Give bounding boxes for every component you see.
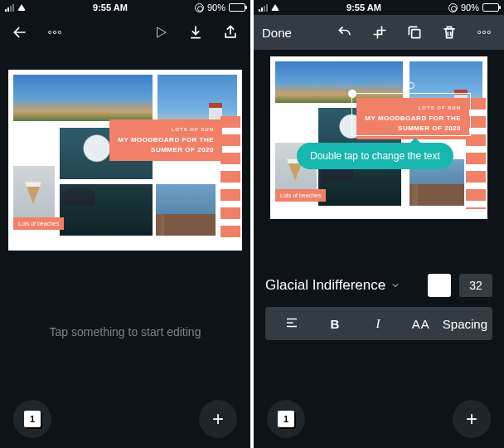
italic-button[interactable]: I [356, 317, 400, 331]
plus-icon: + [466, 407, 477, 431]
svg-point-6 [487, 31, 490, 33]
headline-sub: LOTS OF SUN [118, 126, 214, 133]
wifi-icon [17, 4, 26, 11]
add-button[interactable]: + [199, 400, 237, 438]
selection-box[interactable] [351, 93, 471, 136]
headline-line1: MY MOODBOARD FOR THE [118, 136, 214, 144]
more-button[interactable] [472, 21, 496, 44]
photo-dock[interactable] [156, 184, 216, 236]
format-bar: B I AA Spacing [265, 307, 492, 340]
bold-button[interactable]: B [313, 317, 356, 331]
align-icon [284, 315, 299, 330]
svg-point-2 [58, 31, 61, 33]
screenshot-right: 9:55 AM 90% Done [254, 0, 504, 448]
pages-button[interactable]: 1 [13, 400, 51, 438]
cell-signal-icon [259, 3, 268, 12]
pages-button[interactable]: 1 [267, 400, 305, 438]
undo-button[interactable] [333, 21, 356, 44]
bottom-bar: 1 + [0, 390, 250, 448]
orientation-lock-icon [448, 3, 458, 12]
status-time: 9:55 AM [346, 2, 381, 12]
back-button[interactable] [8, 21, 32, 44]
cell-signal-icon [5, 3, 14, 12]
align-button[interactable] [270, 315, 313, 333]
design-canvas[interactable]: LOTS OF SUN MY MOODBOARD FOR THE SUMMER … [270, 56, 487, 219]
battery-percent: 90% [461, 2, 479, 12]
done-button[interactable]: Done [262, 26, 292, 40]
headline-text[interactable]: LOTS OF SUN MY MOODBOARD FOR THE SUMMER … [109, 119, 222, 161]
color-swatch[interactable] [428, 274, 451, 297]
editor-hint: Tap something to start editing [50, 325, 201, 338]
add-button[interactable]: + [453, 400, 491, 438]
chevron-down-icon [390, 280, 400, 290]
battery-icon [482, 3, 499, 12]
headline-line2: SUMMER OF 2020 [151, 146, 214, 153]
rotate-handle-icon[interactable] [408, 82, 414, 89]
crop-button[interactable] [368, 21, 391, 44]
canvas-area[interactable]: LOTS OF SUN MY MOODBOARD FOR THE SUMMER … [254, 50, 504, 219]
edit-toolbar: Done [254, 15, 504, 50]
font-name: Glacial Indifference [265, 277, 385, 294]
photo-icecream[interactable] [13, 166, 55, 217]
font-size-field[interactable]: 32 [459, 274, 492, 297]
caption-text[interactable]: Lots of beaches [13, 217, 64, 230]
photo-beach-pano[interactable] [13, 75, 153, 121]
delete-button[interactable] [438, 21, 461, 44]
plus-icon: + [212, 407, 224, 431]
more-button[interactable] [43, 21, 66, 44]
status-bar: 9:55 AM 90% [0, 0, 250, 15]
orientation-lock-icon [195, 3, 204, 12]
svg-point-4 [478, 31, 481, 33]
text-controls: Glacial Indifference 32 B I AA Spacing [254, 274, 504, 340]
page-indicator: 1 [24, 411, 41, 427]
svg-point-0 [49, 31, 51, 33]
design-canvas[interactable]: LOTS OF SUN MY MOODBOARD FOR THE SUMMER … [8, 70, 242, 251]
spacing-button[interactable]: Spacing [443, 317, 487, 331]
svg-rect-3 [412, 30, 420, 38]
battery-icon [229, 3, 245, 12]
brush-stroke-decor[interactable] [220, 116, 240, 241]
editor-toolbar [0, 15, 250, 50]
wifi-icon [271, 4, 279, 11]
photo-coast[interactable] [60, 184, 153, 236]
page-indicator: 1 [278, 411, 294, 427]
battery-percent: 90% [207, 2, 225, 12]
screenshot-left: 9:55 AM 90% [0, 0, 250, 448]
canvas-area[interactable]: LOTS OF SUN MY MOODBOARD FOR THE SUMMER … [0, 50, 250, 390]
svg-point-5 [482, 31, 485, 33]
caption-text[interactable]: Lots of beaches [275, 189, 326, 202]
font-selector[interactable]: Glacial Indifference [265, 277, 419, 294]
status-bar: 9:55 AM 90% [254, 0, 504, 15]
duplicate-button[interactable] [403, 21, 426, 44]
play-button[interactable] [149, 21, 172, 44]
bottom-bar: 1 + [254, 390, 504, 448]
download-button[interactable] [184, 21, 207, 44]
share-button[interactable] [219, 21, 242, 44]
status-time: 9:55 AM [93, 2, 128, 12]
uppercase-button[interactable]: AA [400, 317, 443, 331]
edit-tooltip: Double tap to change the text [297, 143, 453, 169]
selection-handle-icon[interactable] [348, 90, 356, 98]
svg-point-1 [53, 31, 56, 33]
